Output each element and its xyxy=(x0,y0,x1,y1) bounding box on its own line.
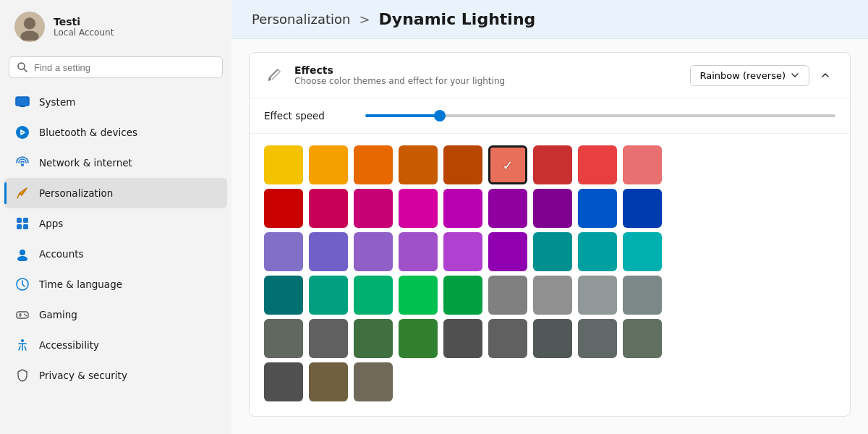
svg-line-3 xyxy=(24,69,27,72)
color-swatch[interactable] xyxy=(354,232,393,271)
color-swatch[interactable] xyxy=(488,232,527,271)
color-swatch[interactable] xyxy=(443,276,482,315)
color-swatch[interactable] xyxy=(668,189,707,228)
collapse-button[interactable] xyxy=(815,65,835,85)
color-swatch[interactable] xyxy=(354,319,393,358)
color-swatch[interactable] xyxy=(578,319,617,358)
color-swatch[interactable] xyxy=(668,276,707,315)
bluetooth-icon xyxy=(14,124,30,140)
color-swatch[interactable] xyxy=(309,276,348,315)
sidebar-item-privacy[interactable]: Privacy & security xyxy=(4,360,227,391)
sidebar-item-accessibility[interactable]: Accessibility xyxy=(4,330,227,360)
sidebar-item-gaming-label: Gaming xyxy=(39,309,77,320)
color-swatch[interactable] xyxy=(264,232,303,271)
sidebar-item-system-label: System xyxy=(39,96,75,108)
color-swatch[interactable]: ✓ xyxy=(488,145,527,184)
svg-rect-4 xyxy=(16,97,29,106)
effects-header-right: Rainbow (reverse) xyxy=(690,65,835,86)
color-swatch[interactable] xyxy=(533,145,572,184)
search-box[interactable] xyxy=(9,56,223,78)
color-swatch[interactable] xyxy=(668,145,707,184)
color-swatch[interactable] xyxy=(488,319,527,358)
search-input[interactable] xyxy=(34,62,215,73)
color-swatch[interactable] xyxy=(578,145,617,184)
color-swatch[interactable] xyxy=(309,232,348,271)
color-swatch[interactable] xyxy=(623,232,662,271)
effects-brush-icon xyxy=(264,65,284,85)
color-swatch[interactable] xyxy=(264,145,303,184)
color-swatch[interactable] xyxy=(443,232,482,271)
color-swatch[interactable] xyxy=(488,189,527,228)
speed-slider-container[interactable] xyxy=(365,114,835,117)
personalization-icon xyxy=(14,185,30,201)
color-swatch[interactable] xyxy=(443,319,482,358)
color-swatch[interactable] xyxy=(578,276,617,315)
color-swatch[interactable] xyxy=(443,362,482,401)
color-swatch[interactable] xyxy=(533,276,572,315)
color-swatch[interactable] xyxy=(668,362,707,401)
color-swatch[interactable] xyxy=(578,362,617,401)
speed-slider[interactable] xyxy=(365,114,835,117)
color-swatch[interactable] xyxy=(533,362,572,401)
color-swatch[interactable] xyxy=(623,276,662,315)
color-swatch[interactable] xyxy=(399,362,438,401)
color-swatch[interactable] xyxy=(264,319,303,358)
color-swatch[interactable] xyxy=(668,232,707,271)
color-swatch[interactable] xyxy=(309,319,348,358)
color-swatch[interactable] xyxy=(354,276,393,315)
color-swatch[interactable] xyxy=(264,276,303,315)
color-swatch[interactable] xyxy=(623,362,662,401)
sidebar-item-time[interactable]: Time & language xyxy=(4,269,227,299)
sidebar-item-system[interactable]: System xyxy=(4,87,227,117)
color-swatch[interactable] xyxy=(354,362,393,401)
color-swatch[interactable] xyxy=(623,189,662,228)
color-swatch[interactable] xyxy=(623,145,662,184)
color-swatch[interactable] xyxy=(399,232,438,271)
sidebar-item-personalization[interactable]: Personalization xyxy=(4,178,227,208)
color-swatch[interactable] xyxy=(533,319,572,358)
nav-list: System Bluetooth & devices Network & int… xyxy=(0,87,231,434)
color-grid-container: ✓ xyxy=(250,134,850,416)
user-subtitle: Local Account xyxy=(54,27,114,38)
color-swatch[interactable] xyxy=(533,232,572,271)
sidebar-item-apps[interactable]: Apps xyxy=(4,208,227,239)
svg-point-7 xyxy=(21,163,24,166)
time-icon xyxy=(14,276,30,292)
network-icon xyxy=(14,155,30,171)
color-swatch[interactable] xyxy=(354,145,393,184)
color-swatch[interactable] xyxy=(309,362,348,401)
color-swatch[interactable] xyxy=(399,319,438,358)
color-swatch[interactable] xyxy=(488,362,527,401)
user-profile[interactable]: Testi Local Account xyxy=(0,0,231,54)
effects-header-left: Effects Choose color themes and effect f… xyxy=(264,64,690,86)
color-swatch[interactable] xyxy=(399,145,438,184)
effects-dropdown[interactable]: Rainbow (reverse) xyxy=(690,65,809,86)
chevron-up-icon xyxy=(820,70,830,80)
color-swatch[interactable] xyxy=(399,276,438,315)
color-swatch[interactable] xyxy=(578,232,617,271)
color-grid: ✓ xyxy=(264,145,835,401)
color-swatch[interactable] xyxy=(443,189,482,228)
svg-point-19 xyxy=(25,315,27,317)
color-swatch[interactable] xyxy=(354,189,393,228)
sidebar-item-bluetooth[interactable]: Bluetooth & devices xyxy=(4,117,227,148)
color-swatch[interactable] xyxy=(443,145,482,184)
color-swatch[interactable] xyxy=(309,145,348,184)
color-swatch[interactable] xyxy=(488,276,527,315)
accessibility-icon xyxy=(14,337,30,353)
sidebar-item-network[interactable]: Network & internet xyxy=(4,148,227,178)
color-swatch[interactable] xyxy=(578,189,617,228)
svg-rect-8 xyxy=(17,218,22,223)
color-swatch[interactable] xyxy=(668,319,707,358)
user-name: Testi xyxy=(54,16,114,27)
color-swatch[interactable] xyxy=(399,189,438,228)
color-swatch[interactable] xyxy=(264,189,303,228)
color-swatch[interactable] xyxy=(623,319,662,358)
color-swatch[interactable] xyxy=(264,362,303,401)
sidebar-item-accounts[interactable]: Accounts xyxy=(4,239,227,269)
sidebar-item-bluetooth-label: Bluetooth & devices xyxy=(39,127,137,138)
system-icon xyxy=(14,94,30,110)
color-swatch[interactable] xyxy=(533,189,572,228)
color-swatch[interactable] xyxy=(309,189,348,228)
sidebar-item-gaming[interactable]: Gaming xyxy=(4,299,227,330)
